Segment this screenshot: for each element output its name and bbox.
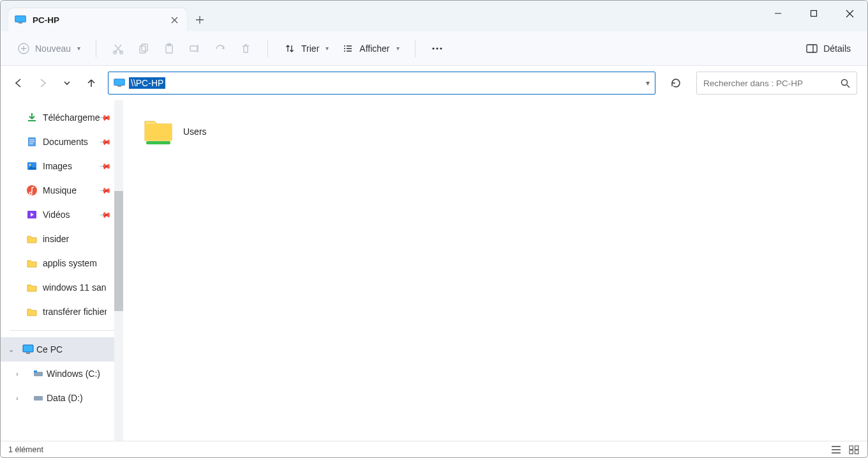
folder-icon xyxy=(26,233,38,245)
command-bar: Nouveau ▾ Trier ▾ Afficher ▾ Détails xyxy=(1,31,867,66)
new-button[interactable]: Nouveau ▾ xyxy=(11,38,87,59)
images-icon xyxy=(26,160,38,172)
drive-icon xyxy=(33,392,44,404)
search-box[interactable] xyxy=(696,72,857,95)
rename-icon xyxy=(188,42,201,55)
sidebar-item-this-pc[interactable]: ⌄ Ce PC xyxy=(1,337,123,362)
sidebar-item-music[interactable]: Musique 📌 xyxy=(1,178,123,202)
details-pane-button[interactable]: Détails xyxy=(799,38,857,59)
close-window-button[interactable] xyxy=(832,1,867,26)
share-button[interactable] xyxy=(207,38,233,59)
svg-rect-16 xyxy=(117,86,121,87)
sidebar-scrollthumb[interactable] xyxy=(114,191,123,311)
svg-rect-32 xyxy=(855,450,859,454)
sidebar-item-label: Images xyxy=(43,161,72,171)
maximize-button[interactable] xyxy=(796,1,832,26)
sidebar-item-windows11san[interactable]: windows 11 san xyxy=(1,275,123,300)
sidebar-item-transferer-fichier[interactable]: transférer fichier xyxy=(1,300,123,324)
tab-pc-hp[interactable]: PC-HP xyxy=(8,8,187,31)
details-view-button[interactable] xyxy=(830,444,842,455)
svg-rect-28 xyxy=(146,141,170,144)
chevron-down-icon: ▾ xyxy=(396,45,400,52)
minimize-button[interactable] xyxy=(760,1,796,26)
refresh-button[interactable] xyxy=(664,72,687,95)
view-button[interactable]: Afficher ▾ xyxy=(335,38,405,59)
svg-rect-27 xyxy=(34,396,43,401)
cut-icon xyxy=(112,42,124,55)
pin-icon: 📌 xyxy=(99,111,112,125)
tab-bar: PC-HP xyxy=(1,1,867,31)
video-icon xyxy=(26,209,38,220)
address-bar[interactable]: \\PC-HP ▾ xyxy=(108,72,655,95)
sidebar-item-drive-c[interactable]: › Windows (C:) xyxy=(1,362,123,386)
navigation-pane[interactable]: Téléchargeme 📌 Documents 📌 Images 📌 Musi… xyxy=(1,100,123,441)
forward-button[interactable] xyxy=(35,75,50,91)
svg-rect-7 xyxy=(142,44,147,51)
sidebar-item-downloads[interactable]: Téléchargeme 📌 xyxy=(1,105,123,130)
folder-item-users[interactable]: Users xyxy=(142,116,283,148)
tab-close-button[interactable] xyxy=(168,13,181,26)
sidebar-item-videos[interactable]: Vidéos 📌 xyxy=(1,202,123,227)
svg-point-13 xyxy=(440,47,442,49)
pin-icon: 📌 xyxy=(99,135,112,149)
chevron-right-icon[interactable]: › xyxy=(16,394,19,402)
svg-rect-0 xyxy=(15,16,26,22)
ellipsis-icon xyxy=(431,42,444,55)
sidebar-item-documents[interactable]: Documents 📌 xyxy=(1,130,123,154)
sidebar-item-applis-system[interactable]: applis system xyxy=(1,251,123,275)
monitor-icon xyxy=(22,344,34,355)
chevron-down-icon[interactable]: ⌄ xyxy=(8,346,14,354)
address-history-button[interactable]: ▾ xyxy=(646,79,650,88)
sidebar-item-images[interactable]: Images 📌 xyxy=(1,154,123,178)
thumbnails-view-button[interactable] xyxy=(848,444,860,455)
recent-locations-button[interactable] xyxy=(59,75,75,91)
pin-icon: 📌 xyxy=(99,208,112,222)
back-button[interactable] xyxy=(11,75,26,91)
svg-point-11 xyxy=(432,47,434,49)
up-button[interactable] xyxy=(84,75,99,91)
window-controls xyxy=(760,1,867,26)
main-area: Téléchargeme 📌 Documents 📌 Images 📌 Musi… xyxy=(1,100,867,441)
svg-rect-15 xyxy=(114,79,125,86)
view-icon xyxy=(341,42,354,55)
paste-button[interactable] xyxy=(156,38,182,59)
svg-rect-30 xyxy=(855,446,859,450)
paste-icon xyxy=(163,42,176,55)
sidebar-item-insider[interactable]: insider xyxy=(1,227,123,251)
rename-button[interactable] xyxy=(182,38,207,59)
status-bar: 1 élément xyxy=(1,441,867,457)
chevron-right-icon[interactable]: › xyxy=(16,370,19,378)
shared-folder-icon xyxy=(142,118,174,146)
sort-button[interactable]: Trier ▾ xyxy=(277,38,335,59)
content-pane[interactable]: Users xyxy=(123,100,867,441)
cut-button[interactable] xyxy=(105,38,131,59)
new-tab-button[interactable] xyxy=(187,8,213,31)
plus-circle-icon xyxy=(17,42,30,55)
svg-rect-1 xyxy=(19,22,22,24)
sort-icon xyxy=(283,42,296,55)
sidebar-scrollbar[interactable] xyxy=(114,100,123,441)
svg-rect-14 xyxy=(807,45,817,52)
trash-icon xyxy=(239,42,252,55)
download-icon xyxy=(26,112,38,123)
search-input[interactable] xyxy=(703,79,835,88)
folder-icon xyxy=(26,257,38,269)
tab-title: PC-HP xyxy=(33,15,161,25)
item-count: 1 élément xyxy=(8,445,43,454)
svg-rect-24 xyxy=(26,353,30,354)
folder-icon xyxy=(26,306,38,317)
search-icon xyxy=(841,79,850,88)
pin-icon: 📌 xyxy=(99,160,112,173)
share-icon xyxy=(214,42,227,55)
more-button[interactable] xyxy=(424,38,450,59)
details-pane-icon xyxy=(805,42,818,55)
sidebar-item-label: insider xyxy=(43,234,69,244)
delete-button[interactable] xyxy=(233,38,258,59)
sidebar-item-label: Documents xyxy=(43,137,88,147)
address-path: \\PC-HP xyxy=(129,77,165,89)
sidebar-item-drive-d[interactable]: › Data (D:) xyxy=(1,386,123,410)
chevron-down-icon: ▾ xyxy=(77,45,80,52)
folder-icon xyxy=(26,282,38,293)
document-icon xyxy=(26,136,38,148)
copy-button[interactable] xyxy=(131,38,156,59)
